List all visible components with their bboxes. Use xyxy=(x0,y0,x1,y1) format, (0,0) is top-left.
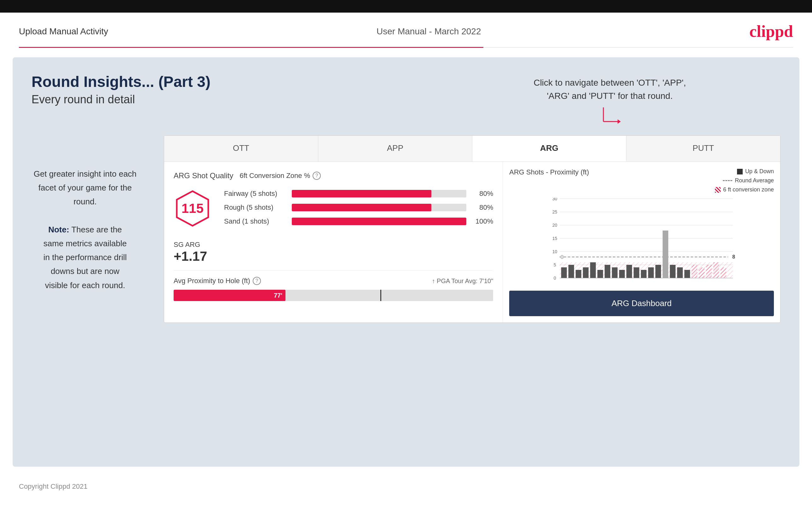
svg-marker-2 xyxy=(618,119,621,124)
rough-label: Rough (5 shots) xyxy=(224,204,287,212)
hex-container: 115 Fairway (5 shots) 80% R xyxy=(173,189,493,231)
nav-arrow-icon xyxy=(594,106,625,131)
svg-rect-37 xyxy=(663,230,668,278)
side-text: Get greater insight into each facet of y… xyxy=(32,167,139,292)
svg-text:0: 0 xyxy=(554,276,556,281)
help-icon: ? xyxy=(313,172,321,180)
upload-manual-label: Upload Manual Activity xyxy=(19,26,108,37)
sg-label: SG ARG xyxy=(173,240,493,249)
svg-rect-41 xyxy=(692,265,697,278)
svg-rect-23 xyxy=(561,267,567,278)
fairway-bar-fill xyxy=(292,190,432,198)
card-left-section: ARG Shot Quality 6ft Conversion Zone % ?… xyxy=(164,162,503,323)
svg-text:15: 15 xyxy=(552,236,557,241)
svg-text:5: 5 xyxy=(554,262,556,267)
tab-app[interactable]: APP xyxy=(318,136,472,162)
svg-rect-26 xyxy=(583,267,589,278)
proximity-bar-track: 77' xyxy=(173,290,493,301)
svg-rect-27 xyxy=(590,262,596,278)
chart-area: 0 5 10 15 20 25 30 xyxy=(509,198,774,286)
legend-hatched-icon xyxy=(715,187,721,193)
bar-row-fairway: Fairway (5 shots) 80% xyxy=(224,189,493,198)
svg-rect-31 xyxy=(619,270,625,278)
conversion-zone-label: 6ft Conversion Zone % ? xyxy=(240,172,321,180)
fairway-label: Fairway (5 shots) xyxy=(224,189,287,198)
pga-avg-label: ↑ PGA Tour Avg: 7'10" xyxy=(432,277,494,285)
legend-up-down-label: Up & Down xyxy=(745,168,774,175)
svg-rect-29 xyxy=(605,265,610,278)
svg-rect-42 xyxy=(699,267,705,278)
rough-pct: 80% xyxy=(471,204,493,212)
svg-rect-39 xyxy=(677,267,683,278)
proximity-bar-fill: 77' xyxy=(173,290,286,301)
sand-label: Sand (1 shots) xyxy=(224,217,287,225)
chart-header: ARG Shots - Proximity (ft) Up & Down Rou… xyxy=(509,168,774,193)
legend-dash-icon xyxy=(723,180,732,181)
proximity-label: Avg Proximity to Hole (ft) ? xyxy=(173,277,261,285)
bar-row-sand: Sand (1 shots) 100% xyxy=(224,217,493,225)
svg-rect-24 xyxy=(568,265,574,278)
fairway-bar-track xyxy=(292,190,466,198)
shot-bars: Fairway (5 shots) 80% Rough (5 shots) xyxy=(224,189,493,231)
rough-bar-track xyxy=(292,204,466,211)
proximity-section: Avg Proximity to Hole (ft) ? ↑ PGA Tour … xyxy=(173,270,493,301)
content-row: Get greater insight into each facet of y… xyxy=(32,135,780,323)
svg-rect-30 xyxy=(612,267,618,278)
header: Upload Manual Activity User Manual - Mar… xyxy=(0,13,812,47)
page-subtitle: Every round in detail xyxy=(32,93,210,106)
fairway-pct: 80% xyxy=(471,189,493,198)
cursor-line xyxy=(380,290,381,301)
tab-bar: OTT APP ARG PUTT xyxy=(164,136,780,162)
svg-marker-21 xyxy=(560,255,565,259)
svg-rect-35 xyxy=(648,267,654,278)
svg-rect-38 xyxy=(670,265,675,278)
sand-pct: 100% xyxy=(471,217,493,225)
legend-conversion-zone: 6 ft conversion zone xyxy=(715,186,774,193)
manual-date-label: User Manual - March 2022 xyxy=(376,26,481,37)
chart-legend: Up & Down Round Average 6 ft conversion … xyxy=(715,168,774,193)
header-divider xyxy=(19,47,793,48)
card-right-section: ARG Shots - Proximity (ft) Up & Down Rou… xyxy=(503,162,780,323)
svg-rect-32 xyxy=(626,265,632,278)
title-section: Round Insights... (Part 3) Every round i… xyxy=(32,73,210,106)
arg-dashboard-button[interactable]: ARG Dashboard xyxy=(509,291,774,316)
nav-hint-area: Click to navigate between 'OTT', 'APP','… xyxy=(534,76,686,132)
svg-rect-45 xyxy=(721,267,726,278)
score-hexagon: 115 xyxy=(173,189,211,227)
main-content: Round Insights... (Part 3) Every round i… xyxy=(13,57,799,467)
svg-text:20: 20 xyxy=(552,223,557,228)
legend-round-avg: Round Average xyxy=(723,177,774,184)
svg-rect-40 xyxy=(684,270,690,278)
main-card: OTT APP ARG PUTT ARG Shot Quality 6ft Co… xyxy=(164,135,780,323)
tab-arg[interactable]: ARG xyxy=(472,136,626,162)
svg-rect-44 xyxy=(713,262,719,278)
legend-conversion-label: 6 ft conversion zone xyxy=(723,186,774,193)
rough-bar-fill xyxy=(292,204,432,211)
legend-square-icon xyxy=(737,169,743,174)
tab-putt[interactable]: PUTT xyxy=(626,136,780,162)
legend-up-down: Up & Down xyxy=(737,168,774,175)
legend-round-avg-label: Round Average xyxy=(735,177,774,184)
nav-hint-text: Click to navigate between 'OTT', 'APP','… xyxy=(534,76,686,103)
proximity-help-icon: ? xyxy=(253,277,261,285)
chart-title: ARG Shots - Proximity (ft) xyxy=(509,168,589,176)
note-label: Note: xyxy=(48,225,69,234)
sg-value: +1.17 xyxy=(173,249,493,264)
svg-text:30: 30 xyxy=(552,198,557,201)
proximity-value: 77' xyxy=(274,292,282,299)
clippd-logo: clippd xyxy=(749,22,793,41)
svg-rect-25 xyxy=(576,270,581,278)
sand-bar-fill xyxy=(292,218,466,225)
left-panel: Get greater insight into each facet of y… xyxy=(32,135,151,292)
svg-rect-28 xyxy=(597,270,603,278)
top-bar xyxy=(0,0,812,13)
sand-bar-track xyxy=(292,218,466,225)
footer: Copyright Clippd 2021 xyxy=(0,476,812,497)
section-header: ARG Shot Quality 6ft Conversion Zone % ? xyxy=(173,171,493,180)
svg-rect-43 xyxy=(706,265,712,278)
tab-ott[interactable]: OTT xyxy=(164,136,318,162)
svg-rect-36 xyxy=(655,265,661,278)
shot-quality-label: ARG Shot Quality xyxy=(173,171,233,180)
sg-section: SG ARG +1.17 xyxy=(173,240,493,264)
bar-row-rough: Rough (5 shots) 80% xyxy=(224,204,493,212)
